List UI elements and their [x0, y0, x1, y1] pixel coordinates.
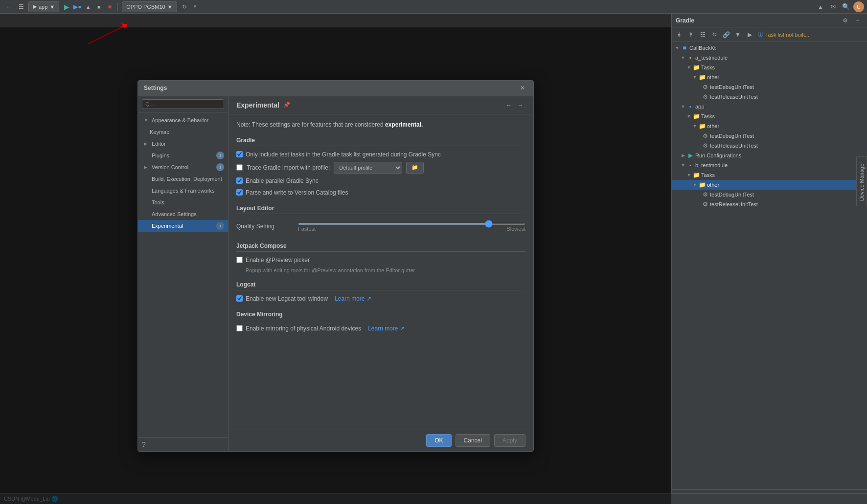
ide-area: Settings ✕ ▼ Appearance & Behavior: [0, 14, 671, 504]
sync-icon[interactable]: ↻: [179, 1, 190, 12]
tree-node-b-testmodule[interactable]: ▼ ▪ b_testmodule: [672, 160, 867, 170]
debug-icon[interactable]: ▶●: [72, 1, 83, 12]
search-icon[interactable]: 🔍: [841, 1, 851, 12]
tree-node-test-debug-b[interactable]: ⚙ testDebugUnitTest: [672, 190, 867, 199]
sidebar-item-label: Appearance & Behavior: [152, 117, 208, 123]
dialog-footer: OK Cancel Apply: [228, 430, 533, 451]
back-icon[interactable]: ←: [3, 1, 14, 12]
trace-profile-select[interactable]: Default profile: [334, 162, 402, 174]
tree-node-other-b[interactable]: ▼ 📁 other: [672, 180, 867, 190]
tree-node-tasks-app[interactable]: ▼ 📁 Tasks: [672, 111, 867, 121]
tree-node-callbackkt[interactable]: ▼ ■ CallBackKt: [672, 43, 867, 53]
sidebar-item-advanced[interactable]: ▷ Advanced Settings: [138, 208, 228, 220]
tree-node-test-debug-app[interactable]: ⚙ testDebugUnitTest: [672, 131, 867, 141]
enable-mirroring-label[interactable]: Enable mirroring of physical Android dev…: [246, 325, 361, 332]
app-label: app: [39, 4, 47, 10]
sidebar-item-lang[interactable]: ▷ Languages & Frameworks: [138, 185, 228, 197]
tree-node-other-app[interactable]: ▼ 📁 other: [672, 121, 867, 131]
tree-node-test-debug-a[interactable]: ⚙ testDebugUnitTest: [672, 82, 867, 92]
sidebar-item-plugins[interactable]: ▷ Plugins !: [138, 150, 228, 161]
trace-gradle-checkbox[interactable]: [236, 164, 243, 171]
mirroring-learn-more-link[interactable]: Learn more ↗: [368, 325, 405, 332]
tree-node-label: other: [707, 74, 719, 80]
device-selector[interactable]: OPPO PGBM10 ▼: [122, 1, 177, 12]
forward-nav-icon[interactable]: →: [516, 100, 525, 110]
content-nav-icons: ← →: [504, 100, 525, 110]
sidebar-item-build[interactable]: ▷ Build, Execution, Deployment: [138, 173, 228, 185]
app-selector[interactable]: ▶ app ▼: [28, 1, 59, 12]
enable-preview-label[interactable]: Enable @Preview picker: [246, 257, 310, 263]
logcat-learn-more-link[interactable]: Learn more ↗: [335, 295, 371, 302]
back-nav-icon[interactable]: ←: [504, 100, 514, 110]
tree-node-test-release-a[interactable]: ⚙ testReleaseUnitTest: [672, 92, 867, 102]
sidebar-item-keymap[interactable]: Keymap: [138, 126, 228, 138]
sidebar-item-vc[interactable]: ▶ Version Control !: [138, 161, 228, 173]
profile-icon[interactable]: ▲: [83, 1, 93, 12]
group-icon[interactable]: ☷: [697, 29, 708, 40]
sidebar-question[interactable]: ?: [138, 437, 228, 451]
notification-icon[interactable]: ✉: [828, 1, 839, 12]
menu-icon[interactable]: ☰: [16, 1, 26, 12]
sidebar-item-experimental[interactable]: ▷ Experimental i: [138, 220, 228, 232]
task-not-built-text: Task list not built...: [765, 32, 809, 38]
enable-parallel-row: Enable parallel Gradle Sync: [236, 176, 525, 185]
sidebar-item-tools[interactable]: ▷ Tools: [138, 197, 228, 208]
top-bar-left-icons: ← ☰: [3, 1, 26, 12]
tree-node-tasks-b[interactable]: ▼ 📁 Tasks: [672, 170, 867, 180]
sidebar-item-editor[interactable]: ▶ Editor: [138, 138, 228, 150]
update-icon[interactable]: ▲: [815, 1, 826, 12]
only-include-test-label[interactable]: Only include test tasks in the Gradle ta…: [246, 151, 441, 158]
tree-node-other-a[interactable]: ▼ 📁 other: [672, 72, 867, 82]
device-mirroring-section: Device Mirroring Enable mirroring of phy…: [236, 311, 525, 333]
tree-node-test-release-app[interactable]: ⚙ testReleaseUnitTest: [672, 141, 867, 151]
cancel-button[interactable]: Cancel: [456, 434, 490, 447]
enable-logcat-checkbox[interactable]: [236, 295, 243, 302]
run-icon[interactable]: ▶: [61, 1, 72, 12]
layout-editor-section: Layout Editor Quality Setting Fastest: [236, 205, 525, 235]
user-avatar[interactable]: U: [853, 1, 864, 12]
device-mirroring-section-header: Device Mirroring: [236, 311, 525, 320]
coverage-icon[interactable]: ■: [93, 1, 104, 12]
sidebar-item-label: Advanced Settings: [152, 211, 197, 217]
task-icon: ⚙: [701, 83, 709, 91]
settings-icon[interactable]: ⚙: [840, 15, 850, 26]
quality-slider[interactable]: [298, 223, 525, 225]
sidebar-item-appearance[interactable]: ▼ Appearance & Behavior: [138, 114, 228, 126]
tasks-icon: 📁: [692, 171, 700, 179]
arrow-icon: ▷: [144, 188, 150, 193]
expand-all-icon[interactable]: ↡: [674, 29, 684, 40]
stop-icon[interactable]: ■: [104, 1, 115, 12]
tree-node-run-configs[interactable]: ▶ ▶ Run Configurations: [672, 151, 867, 160]
tree-node-label: CallBackKt: [689, 45, 716, 51]
parse-version-catalog-checkbox[interactable]: [236, 189, 243, 196]
device-dropdown-arrow: ▼: [167, 4, 173, 10]
device-manager-tab[interactable]: Device Manager: [856, 156, 867, 206]
link-icon[interactable]: 🔗: [721, 29, 731, 40]
tree-node-app[interactable]: ▼ ▪ app: [672, 102, 867, 111]
only-include-test-checkbox[interactable]: [236, 151, 243, 157]
collapse-all-icon[interactable]: ↟: [685, 29, 696, 40]
slider-max-label: Slowest: [506, 226, 525, 232]
tree-node-a-testmodule[interactable]: ▼ ▪ a_testmodule: [672, 53, 867, 63]
enable-mirroring-checkbox[interactable]: [236, 325, 243, 331]
enable-parallel-checkbox[interactable]: [236, 177, 243, 184]
trace-gradle-label[interactable]: Trace Gradle import with profile:: [247, 164, 330, 171]
filter-icon[interactable]: ▼: [732, 29, 743, 40]
enable-logcat-label[interactable]: Enable new Logcat tool window: [246, 295, 328, 302]
ok-button[interactable]: OK: [426, 434, 451, 447]
parse-version-catalog-label[interactable]: Parse and write to Version Catalog files: [246, 189, 348, 196]
gradle-icon[interactable]: ⚬: [190, 1, 201, 12]
enable-preview-checkbox[interactable]: [236, 257, 243, 263]
refresh-icon[interactable]: ↻: [709, 29, 720, 40]
tree-node-label: Tasks: [701, 113, 715, 119]
close-button[interactable]: ✕: [518, 83, 527, 93]
minimize-icon[interactable]: −: [852, 15, 863, 26]
apply-button[interactable]: Apply: [494, 434, 525, 447]
enable-parallel-label[interactable]: Enable parallel Gradle Sync: [246, 177, 319, 184]
tree-node-test-release-b[interactable]: ⚙ testReleaseUnitTest: [672, 199, 867, 209]
tree-node-tasks-a[interactable]: ▼ 📁 Tasks: [672, 63, 867, 72]
sidebar-search-input[interactable]: [142, 99, 224, 109]
content-title: Experimental 📌: [236, 101, 290, 109]
run-task-icon[interactable]: ▶: [744, 29, 755, 40]
trace-browse-button[interactable]: 📁: [406, 162, 424, 174]
